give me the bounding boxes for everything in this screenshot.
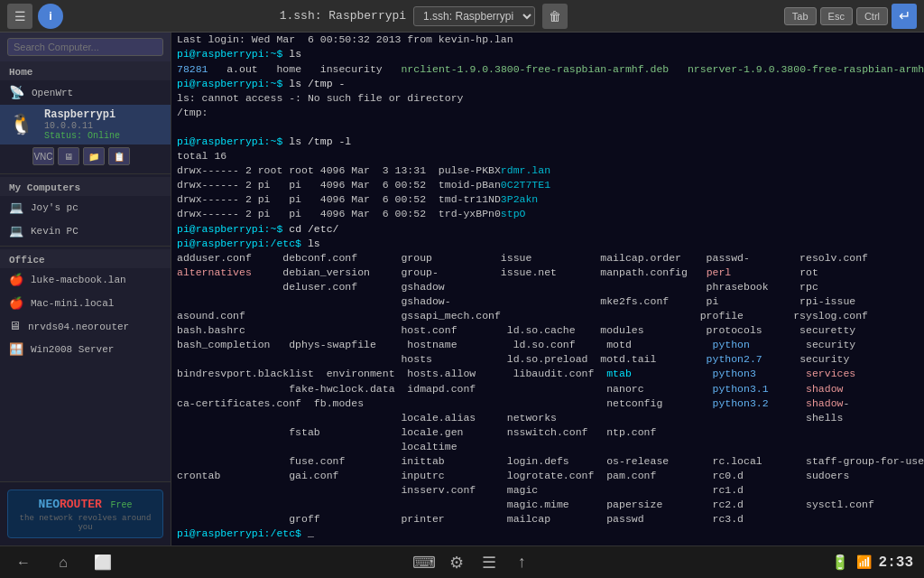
file-button[interactable]: 📁 [83, 147, 105, 165]
terminal-line: hosts ld.so.preload motd.tail python2.7 … [177, 352, 919, 367]
bottom-bar: ← ⌂ ⬜ ⌨ ⚙ ☰ ↑ 🔋 📶 2:33 [0, 545, 924, 578]
terminal-line: ca-certificates.conf fb.modes netconfig … [177, 396, 919, 411]
computer-icon-mac-mini: 🍎 [9, 296, 23, 311]
terminal-line: asound.conf gssapi_mech.conf profile rsy… [177, 309, 919, 323]
top-bar-left: ☰ i [0, 4, 70, 29]
terminal-line: drwx------ 2 pi pi 4096 Mar 6 00:52 tmd-… [177, 192, 919, 207]
logo-neo: NEO [39, 498, 60, 511]
main-content: Home 📡 OpenWrt 🐧 Raspberrypi 10.0.0.11 S… [0, 33, 924, 545]
session-dropdown[interactable]: 1.ssh: Raspberrypi [413, 6, 535, 26]
settings-icon-button[interactable]: ⚙ [444, 550, 469, 575]
office-header: Office [0, 249, 171, 268]
sidebar-item-kevin-pc[interactable]: 💻 Kevin PC [0, 219, 171, 243]
rdp-button[interactable]: 🖥 [58, 147, 79, 165]
sidebar-item-win2008[interactable]: 🪟 Win2008 Server [0, 338, 171, 361]
terminal-line: pi@raspberrypi:~$ ls [177, 47, 919, 61]
terminal-line: pi@raspberrypi:~$ ls /tmp - [177, 77, 919, 91]
terminal-line: localtime [177, 440, 919, 454]
sidebar-item-joys-pc[interactable]: 💻 Joy's pc [0, 196, 171, 219]
time-display: 2:33 [879, 555, 913, 571]
keyboard-icon-button[interactable]: ⌨ [411, 550, 437, 575]
logo-box: NEOROUTER Free the network revolves arou… [7, 489, 163, 538]
terminal-line: gshadow- mke2fs.conf pi rpi-issue [177, 294, 919, 309]
bottom-center-icons: ⌨ ⚙ ☰ ↑ [411, 550, 534, 575]
terminal-line: fstab locale.gen nsswitch.conf ntp.conf [177, 425, 919, 440]
mac-mini-label: Mac-mini.local [31, 298, 114, 309]
battery-icon: 🔋 [831, 554, 849, 572]
search-input[interactable] [7, 38, 163, 56]
top-bar-right: Tab Esc Ctrl ↵ [777, 4, 924, 29]
sidebar-item-luke-macbook[interactable]: 🍎 luke-macbook.lan [0, 268, 171, 292]
raspberrypi-info: Raspberrypi 10.0.0.11 Status: Online [44, 108, 120, 141]
terminal-line: magic.mime papersize rc2.d sysctl.conf [177, 498, 919, 512]
computer-icon-nrvds04: 🖥 [9, 320, 21, 333]
router-icon: 📡 [9, 85, 24, 100]
home-section-header: Home [0, 61, 171, 80]
terminal-line: fuse.conf inittab login.defs os-release … [177, 454, 919, 469]
wifi-icon: 📶 [856, 555, 872, 570]
computer-icon-win2008: 🪟 [9, 342, 23, 357]
terminal-line: drwx------ 2 root root 4096 Mar 3 13:31 … [177, 163, 919, 178]
tab-title: 1.ssh: Raspberrypi 1.ssh: Raspberrypi 🗑 [70, 4, 777, 29]
ctrl-key-button[interactable]: Ctrl [856, 7, 888, 25]
terminal-line: pi@raspberrypi:~$ ls /tmp -l [177, 135, 919, 149]
sidebar-item-raspberrypi[interactable]: 🐧 Raspberrypi 10.0.0.11 Status: Online [0, 105, 171, 144]
terminal-line: bash.bashrc host.conf ld.so.cache module… [177, 323, 919, 338]
openwrt-label: OpenWrt [32, 88, 73, 98]
terminal-line: pi@raspberrypi:/etc$ _ [177, 527, 919, 541]
terminal-line: fake-hwclock.data idmapd.conf nanorc pyt… [177, 382, 919, 396]
menu-button[interactable]: ☰ [7, 4, 32, 29]
sidebar-search-container [0, 33, 171, 61]
info-button[interactable]: i [38, 4, 63, 29]
menu-icon-button[interactable]: ☰ [476, 550, 502, 575]
logo-router: ROUTER [60, 498, 102, 511]
raspberrypi-ip: 10.0.0.11 [44, 121, 120, 131]
sidebar-item-mac-mini[interactable]: 🍎 Mac-mini.local [0, 292, 171, 315]
recent-nav-button[interactable]: ⬜ [90, 550, 116, 575]
nrvds04-label: nrvds04.neorouter [28, 322, 129, 332]
terminal-line [177, 120, 919, 135]
raspberrypi-status: Status: Online [44, 131, 120, 141]
top-bar: ☰ i 1.ssh: Raspberrypi 1.ssh: Raspberryp… [0, 0, 924, 33]
back-nav-button[interactable]: ← [11, 550, 36, 575]
close-session-button[interactable]: 🗑 [542, 4, 568, 29]
terminal-line: groff printer mailcap passwd rc3.d [177, 512, 919, 527]
tab-key-button[interactable]: Tab [784, 7, 817, 25]
terminal-line: drwx------ 2 pi pi 4096 Mar 6 00:52 trd-… [177, 207, 919, 221]
logo-tagline: the network revolves around you [15, 514, 155, 532]
logo-free: Free [110, 500, 132, 510]
terminal-line: pi@raspberrypi:/etc$ ls [177, 237, 919, 251]
divider-2 [0, 246, 171, 247]
share-icon-button[interactable]: ↑ [509, 550, 534, 575]
terminal-area[interactable]: the exact distribution terms for each pr… [171, 33, 924, 545]
win2008-label: Win2008 Server [31, 344, 114, 355]
terminal-line: ls: cannot access -: No such file or dir… [177, 91, 919, 106]
terminal-line: bash_completion dphys-swapfile hostname … [177, 338, 919, 352]
bottom-right-status: 🔋 📶 2:33 [831, 554, 913, 572]
session-title-text: 1.ssh: Raspberrypi [280, 9, 406, 23]
share-button[interactable]: 📋 [108, 147, 130, 165]
sidebar-item-openwrt[interactable]: 📡 OpenWrt [0, 80, 171, 105]
back-arrow-button[interactable]: ↵ [892, 4, 917, 29]
linux-icon: 🐧 [9, 113, 33, 137]
terminal-line: 78281 a.out home insecurity nrclient-1.9… [177, 62, 919, 77]
terminal-line: adduser.conf debconf.conf group issue ma… [177, 251, 919, 266]
my-computers-header: My Computers [0, 177, 171, 196]
vnc-button[interactable]: VNC [32, 147, 54, 165]
terminal-line: bindresvport.blacklist environment hosts… [177, 367, 919, 381]
sidebar: Home 📡 OpenWrt 🐧 Raspberrypi 10.0.0.11 S… [0, 33, 171, 545]
terminal-line: alternatives debian_version group- issue… [177, 266, 919, 280]
kevin-pc-label: Kevin PC [31, 226, 79, 237]
computer-icon-joys: 💻 [9, 200, 23, 215]
computer-icon-kevin: 💻 [9, 224, 23, 238]
esc-key-button[interactable]: Esc [820, 7, 853, 25]
sidebar-item-nrvds04[interactable]: 🖥 nrvds04.neorouter [0, 315, 171, 338]
terminal-line: insserv.conf magic rc1.d [177, 483, 919, 498]
computer-icon-luke: 🍎 [9, 273, 23, 287]
neorouter-logo: NEOROUTER Free the network revolves arou… [0, 481, 171, 545]
terminal-line: Last login: Wed Mar 6 00:50:32 2013 from… [177, 33, 919, 47]
terminal-line: crontab gai.conf inputrc logrotate.conf … [177, 469, 919, 483]
terminal-line: drwx------ 2 pi pi 4096 Mar 6 00:52 tmoi… [177, 178, 919, 192]
luke-macbook-label: luke-macbook.lan [31, 275, 126, 285]
home-nav-button[interactable]: ⌂ [51, 550, 76, 575]
